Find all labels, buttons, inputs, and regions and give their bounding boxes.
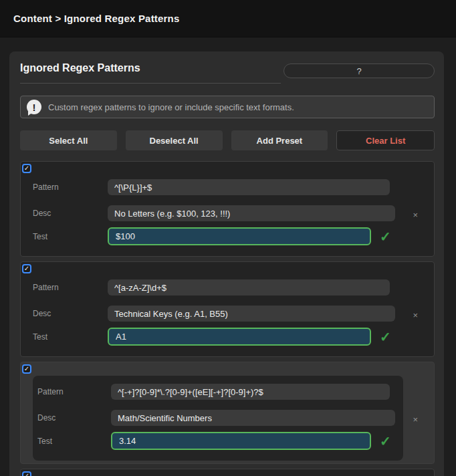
deselect-all-button[interactable]: Deselect All — [126, 130, 223, 150]
desc-label: Desc — [37, 413, 111, 423]
pattern-input[interactable] — [108, 279, 390, 295]
pattern-list: ✓ Pattern Desc Test ✓ × — [20, 161, 435, 476]
match-success-icon: ✓ — [380, 435, 391, 448]
top-header-bar: Content > Ignored Regex Patterns — [0, 0, 456, 37]
remove-pattern-button[interactable]: × — [413, 310, 418, 319]
test-row: Test ✓ — [33, 227, 434, 245]
pattern-fields-box: Pattern Desc Test ✓ — [33, 376, 403, 461]
pattern-fields: Pattern Desc Test ✓ — [22, 175, 434, 245]
desc-label: Desc — [33, 309, 108, 318]
info-banner: ! Custom regex patterns to ignore or inc… — [20, 96, 435, 118]
pattern-label: Pattern — [37, 387, 111, 396]
desc-label: Desc — [33, 209, 108, 218]
pattern-fields: Pattern Desc Test ✓ — [37, 384, 403, 450]
pattern-card: ✓ Pattern Desc Test ✓ × — [20, 261, 435, 357]
pattern-fields: Pattern Desc Test ✓ — [22, 275, 434, 346]
breadcrumb: Content > Ignored Regex Patterns — [13, 13, 180, 24]
ignored-regex-panel: Ignored Regex Patterns ? ! Custom regex … — [9, 51, 444, 476]
desc-row: Desc — [33, 205, 434, 221]
match-success-icon: ✓ — [380, 330, 391, 344]
test-input[interactable] — [108, 227, 371, 245]
check-icon: ✓ — [24, 473, 29, 476]
desc-row: Desc — [33, 306, 434, 322]
check-icon: ✓ — [24, 165, 29, 172]
pattern-input[interactable] — [111, 384, 390, 400]
test-label: Test — [33, 232, 108, 241]
select-all-button[interactable]: Select All — [20, 130, 117, 150]
info-exclamation-icon: ! — [27, 100, 41, 114]
pattern-label: Pattern — [33, 183, 108, 192]
pattern-card: ✓ Pattern Desc Test ✓ — [20, 362, 435, 464]
desc-input[interactable] — [111, 410, 395, 426]
test-label: Test — [33, 332, 108, 342]
test-label: Test — [37, 437, 111, 446]
pattern-row: Pattern — [33, 179, 434, 195]
enabled-checkbox[interactable]: ✓ — [22, 364, 31, 374]
desc-input[interactable] — [108, 205, 395, 221]
pattern-card: ✓ Pattern Desc Test ✓ × — [20, 161, 435, 257]
pattern-card: ✓ — [20, 469, 435, 476]
pattern-input[interactable] — [108, 179, 390, 195]
pattern-label: Pattern — [33, 283, 108, 292]
enabled-checkbox[interactable]: ✓ — [22, 264, 31, 273]
clear-list-button[interactable]: Clear List — [336, 130, 435, 150]
check-icon: ✓ — [24, 366, 29, 372]
info-banner-text: Custom regex patterns to ignore or inclu… — [48, 102, 294, 112]
test-input[interactable] — [111, 432, 371, 450]
enabled-checkbox[interactable]: ✓ — [22, 164, 31, 173]
enabled-checkbox[interactable]: ✓ — [22, 471, 31, 476]
title-row: Ignored Regex Patterns ? — [20, 62, 435, 84]
remove-pattern-button[interactable]: × — [413, 210, 418, 219]
check-icon: ✓ — [24, 265, 29, 272]
desc-input[interactable] — [108, 306, 395, 322]
pattern-row: Pattern — [37, 384, 403, 400]
remove-pattern-button[interactable]: × — [413, 414, 418, 423]
toolbar: Select All Deselect All Add Preset Clear… — [20, 130, 435, 150]
add-preset-button[interactable]: Add Preset — [231, 130, 328, 150]
test-row: Test ✓ — [33, 328, 434, 346]
pattern-row: Pattern — [33, 279, 434, 295]
page-title: Ignored Regex Patterns — [20, 62, 281, 84]
test-row: Test ✓ — [37, 432, 403, 450]
match-success-icon: ✓ — [380, 230, 391, 243]
help-button[interactable]: ? — [283, 64, 435, 78]
test-input[interactable] — [108, 328, 371, 346]
desc-row: Desc — [37, 410, 403, 426]
